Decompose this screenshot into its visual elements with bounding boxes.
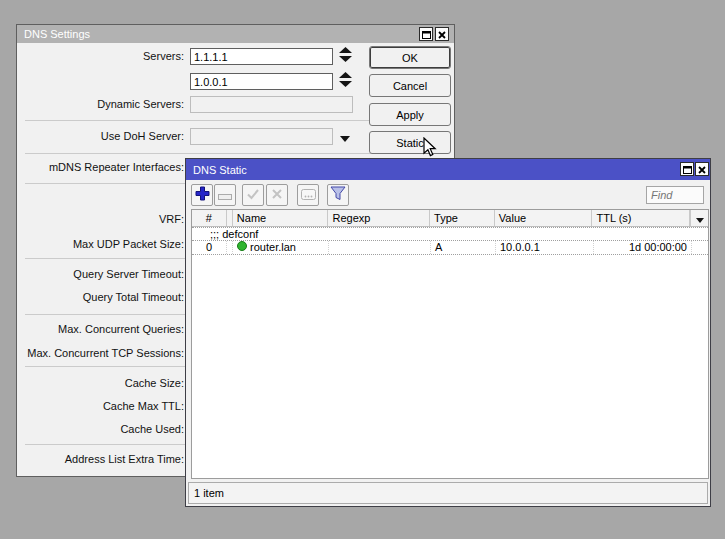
dropdown-arrow-icon <box>340 130 350 145</box>
max-udp-packet-size-label: Max UDP Packet Size: <box>17 237 184 252</box>
comment-row[interactable]: ;;; defconf <box>192 227 708 241</box>
max-concurrent-tcp-sessions-label: Max. Concurrent TCP Sessions: <box>17 346 184 361</box>
disable-cross-icon <box>271 188 283 203</box>
enable-button[interactable] <box>242 184 264 206</box>
use-doh-server-field[interactable] <box>190 128 333 145</box>
cache-max-ttl-label: Cache Max TTL: <box>17 399 184 414</box>
server-input-2[interactable] <box>190 73 333 90</box>
maximize-icon <box>683 162 692 177</box>
address-list-extra-time-label: Address List Extra Time: <box>17 452 184 467</box>
mdns-repeater-interfaces-label: mDNS Repeater Interfaces: <box>17 160 184 175</box>
remove-button[interactable] <box>214 184 236 206</box>
dns-settings-title: DNS Settings <box>24 28 90 40</box>
apply-button[interactable]: Apply <box>369 103 451 126</box>
dns-static-table: # Name Regexp Type Value TTL (s) ;;; def… <box>191 209 709 479</box>
desktop: DNS Settings Servers: Dynami <box>0 0 725 539</box>
spinner-up-down-icon <box>339 47 352 66</box>
server-input-1[interactable] <box>190 48 333 65</box>
add-button[interactable] <box>191 184 213 206</box>
table-header-row: # Name Regexp Type Value TTL (s) <box>192 210 708 227</box>
column-header-type[interactable]: Type <box>430 210 495 226</box>
use-doh-server-label: Use DoH Server: <box>17 129 184 144</box>
cancel-button[interactable]: Cancel <box>369 74 451 97</box>
row-ttl: 1d 00:00:00 <box>594 241 692 254</box>
row-name: router.lan <box>250 241 296 253</box>
query-server-timeout-label: Query Server Timeout: <box>17 267 184 282</box>
filter-button[interactable] <box>327 184 349 206</box>
column-select-button[interactable] <box>690 210 708 226</box>
servers-label: Servers: <box>17 49 184 64</box>
close-button[interactable] <box>695 162 709 176</box>
filter-funnel-icon <box>330 186 346 204</box>
add-plus-icon <box>195 186 210 204</box>
cache-size-label: Cache Size: <box>17 376 184 391</box>
enable-check-icon <box>246 188 260 203</box>
row-regexp <box>329 241 431 254</box>
server-2-stepper[interactable] <box>339 73 352 89</box>
column-header-ttl[interactable]: TTL (s) <box>592 210 690 226</box>
row-number: 0 <box>192 241 227 254</box>
static-button[interactable]: Static <box>369 131 451 154</box>
column-header-name[interactable]: Name <box>233 210 329 226</box>
maximize-icon <box>422 27 431 42</box>
dns-settings-titlebar[interactable]: DNS Settings <box>17 25 454 43</box>
chevron-down-icon <box>696 211 704 226</box>
dynamic-servers-field <box>190 96 353 113</box>
column-header-number[interactable]: # <box>192 210 227 226</box>
comment-icon <box>301 188 316 203</box>
dns-static-titlebar[interactable]: DNS Static <box>186 159 710 180</box>
row-name-cell: router.lan <box>233 241 329 254</box>
column-header-regexp[interactable]: Regexp <box>328 210 430 226</box>
remove-minus-icon <box>218 188 232 203</box>
row-type: A <box>431 241 496 254</box>
mouse-cursor-icon <box>423 137 438 162</box>
dns-static-window: DNS Static <box>185 158 711 507</box>
ok-button[interactable]: OK <box>369 46 451 69</box>
vrf-label: VRF: <box>17 212 184 227</box>
row-value: 10.0.0.1 <box>496 241 594 254</box>
cache-used-label: Cache Used: <box>17 422 184 437</box>
spinner-up-down-icon <box>339 72 352 91</box>
close-icon <box>438 27 446 42</box>
maximize-button[interactable] <box>419 27 433 41</box>
dns-static-title: DNS Static <box>193 164 247 176</box>
status-bar: 1 item <box>188 482 708 504</box>
close-icon <box>698 162 706 177</box>
use-doh-dropdown-button[interactable] <box>339 133 350 141</box>
maximize-button[interactable] <box>680 162 694 176</box>
server-1-stepper[interactable] <box>339 48 352 64</box>
find-input[interactable] <box>646 186 704 204</box>
table-row[interactable]: 0 router.lan A 10.0.0.1 1d 00:00:00 <box>192 241 708 255</box>
close-button[interactable] <box>435 27 449 41</box>
comment-text: ;;; defconf <box>192 228 708 240</box>
green-dot-icon <box>237 241 247 251</box>
query-total-timeout-label: Query Total Timeout: <box>17 290 184 305</box>
dynamic-servers-label: Dynamic Servers: <box>17 97 184 112</box>
comment-button[interactable] <box>297 184 319 206</box>
max-concurrent-queries-label: Max. Concurrent Queries: <box>17 322 184 337</box>
column-header-value[interactable]: Value <box>495 210 593 226</box>
disable-button[interactable] <box>266 184 288 206</box>
